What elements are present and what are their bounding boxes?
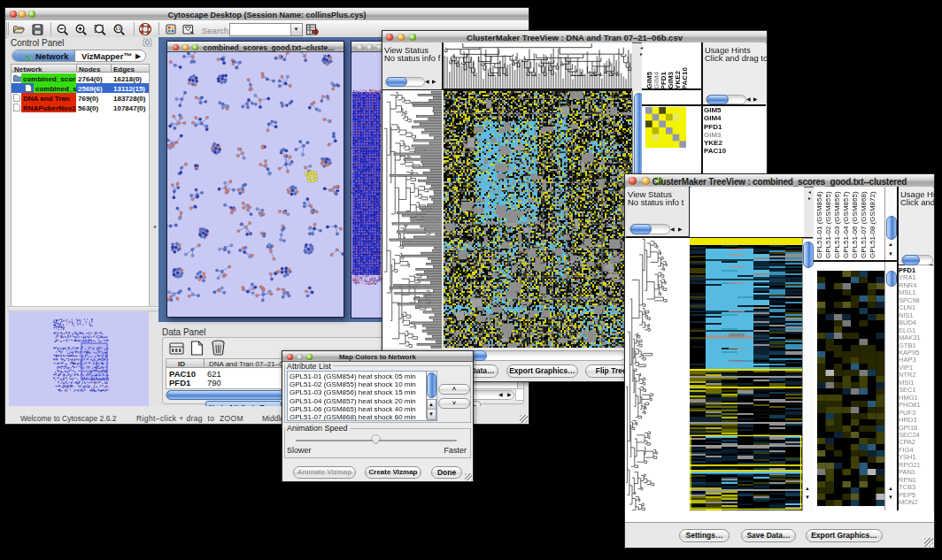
svg-text:1:1: 1:1 (115, 27, 121, 31)
